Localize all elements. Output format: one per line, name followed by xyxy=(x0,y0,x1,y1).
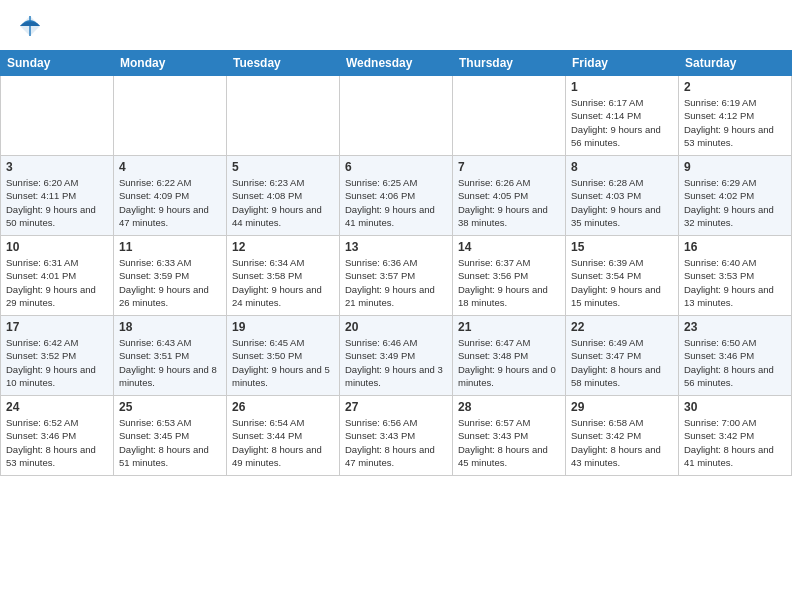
day-info: Sunrise: 6:43 AM Sunset: 3:51 PM Dayligh… xyxy=(119,336,221,389)
day-number: 5 xyxy=(232,160,334,174)
calendar-cell: 27Sunrise: 6:56 AM Sunset: 3:43 PM Dayli… xyxy=(340,396,453,476)
day-info: Sunrise: 6:19 AM Sunset: 4:12 PM Dayligh… xyxy=(684,96,786,149)
day-info: Sunrise: 6:40 AM Sunset: 3:53 PM Dayligh… xyxy=(684,256,786,309)
calendar-cell: 7Sunrise: 6:26 AM Sunset: 4:05 PM Daylig… xyxy=(453,156,566,236)
calendar-cell: 25Sunrise: 6:53 AM Sunset: 3:45 PM Dayli… xyxy=(114,396,227,476)
day-info: Sunrise: 6:29 AM Sunset: 4:02 PM Dayligh… xyxy=(684,176,786,229)
day-number: 3 xyxy=(6,160,108,174)
calendar-week-row: 10Sunrise: 6:31 AM Sunset: 4:01 PM Dayli… xyxy=(1,236,792,316)
calendar-day-header: Wednesday xyxy=(340,51,453,76)
day-info: Sunrise: 6:23 AM Sunset: 4:08 PM Dayligh… xyxy=(232,176,334,229)
day-number: 22 xyxy=(571,320,673,334)
calendar-cell: 21Sunrise: 6:47 AM Sunset: 3:48 PM Dayli… xyxy=(453,316,566,396)
day-info: Sunrise: 6:22 AM Sunset: 4:09 PM Dayligh… xyxy=(119,176,221,229)
calendar-cell: 20Sunrise: 6:46 AM Sunset: 3:49 PM Dayli… xyxy=(340,316,453,396)
day-number: 19 xyxy=(232,320,334,334)
day-number: 20 xyxy=(345,320,447,334)
calendar-cell: 9Sunrise: 6:29 AM Sunset: 4:02 PM Daylig… xyxy=(679,156,792,236)
day-number: 4 xyxy=(119,160,221,174)
day-number: 7 xyxy=(458,160,560,174)
day-number: 28 xyxy=(458,400,560,414)
calendar-cell: 26Sunrise: 6:54 AM Sunset: 3:44 PM Dayli… xyxy=(227,396,340,476)
day-number: 18 xyxy=(119,320,221,334)
day-number: 8 xyxy=(571,160,673,174)
day-info: Sunrise: 6:42 AM Sunset: 3:52 PM Dayligh… xyxy=(6,336,108,389)
calendar-week-row: 24Sunrise: 6:52 AM Sunset: 3:46 PM Dayli… xyxy=(1,396,792,476)
day-number: 14 xyxy=(458,240,560,254)
day-info: Sunrise: 6:31 AM Sunset: 4:01 PM Dayligh… xyxy=(6,256,108,309)
day-info: Sunrise: 6:52 AM Sunset: 3:46 PM Dayligh… xyxy=(6,416,108,469)
day-number: 29 xyxy=(571,400,673,414)
day-info: Sunrise: 6:28 AM Sunset: 4:03 PM Dayligh… xyxy=(571,176,673,229)
calendar-cell: 19Sunrise: 6:45 AM Sunset: 3:50 PM Dayli… xyxy=(227,316,340,396)
calendar-cell: 14Sunrise: 6:37 AM Sunset: 3:56 PM Dayli… xyxy=(453,236,566,316)
day-info: Sunrise: 6:37 AM Sunset: 3:56 PM Dayligh… xyxy=(458,256,560,309)
day-info: Sunrise: 6:26 AM Sunset: 4:05 PM Dayligh… xyxy=(458,176,560,229)
calendar-cell: 12Sunrise: 6:34 AM Sunset: 3:58 PM Dayli… xyxy=(227,236,340,316)
calendar-day-header: Saturday xyxy=(679,51,792,76)
day-info: Sunrise: 6:56 AM Sunset: 3:43 PM Dayligh… xyxy=(345,416,447,469)
day-number: 30 xyxy=(684,400,786,414)
calendar-cell: 29Sunrise: 6:58 AM Sunset: 3:42 PM Dayli… xyxy=(566,396,679,476)
calendar-cell: 30Sunrise: 7:00 AM Sunset: 3:42 PM Dayli… xyxy=(679,396,792,476)
day-info: Sunrise: 6:46 AM Sunset: 3:49 PM Dayligh… xyxy=(345,336,447,389)
calendar-day-header: Monday xyxy=(114,51,227,76)
day-number: 2 xyxy=(684,80,786,94)
calendar-day-header: Sunday xyxy=(1,51,114,76)
page-header xyxy=(0,0,792,44)
calendar-cell: 5Sunrise: 6:23 AM Sunset: 4:08 PM Daylig… xyxy=(227,156,340,236)
day-number: 12 xyxy=(232,240,334,254)
day-info: Sunrise: 6:50 AM Sunset: 3:46 PM Dayligh… xyxy=(684,336,786,389)
day-info: Sunrise: 6:25 AM Sunset: 4:06 PM Dayligh… xyxy=(345,176,447,229)
calendar-cell: 13Sunrise: 6:36 AM Sunset: 3:57 PM Dayli… xyxy=(340,236,453,316)
day-info: Sunrise: 6:58 AM Sunset: 3:42 PM Dayligh… xyxy=(571,416,673,469)
day-number: 17 xyxy=(6,320,108,334)
calendar-cell: 1Sunrise: 6:17 AM Sunset: 4:14 PM Daylig… xyxy=(566,76,679,156)
calendar-week-row: 3Sunrise: 6:20 AM Sunset: 4:11 PM Daylig… xyxy=(1,156,792,236)
calendar-cell: 10Sunrise: 6:31 AM Sunset: 4:01 PM Dayli… xyxy=(1,236,114,316)
day-info: Sunrise: 6:34 AM Sunset: 3:58 PM Dayligh… xyxy=(232,256,334,309)
day-info: Sunrise: 6:20 AM Sunset: 4:11 PM Dayligh… xyxy=(6,176,108,229)
day-number: 25 xyxy=(119,400,221,414)
day-number: 15 xyxy=(571,240,673,254)
calendar-day-header: Friday xyxy=(566,51,679,76)
calendar-cell: 18Sunrise: 6:43 AM Sunset: 3:51 PM Dayli… xyxy=(114,316,227,396)
calendar-cell xyxy=(453,76,566,156)
calendar-cell xyxy=(227,76,340,156)
day-info: Sunrise: 6:39 AM Sunset: 3:54 PM Dayligh… xyxy=(571,256,673,309)
day-number: 11 xyxy=(119,240,221,254)
calendar-cell: 15Sunrise: 6:39 AM Sunset: 3:54 PM Dayli… xyxy=(566,236,679,316)
calendar-day-header: Thursday xyxy=(453,51,566,76)
day-number: 23 xyxy=(684,320,786,334)
day-number: 21 xyxy=(458,320,560,334)
calendar-header-row: SundayMondayTuesdayWednesdayThursdayFrid… xyxy=(1,51,792,76)
calendar-cell: 4Sunrise: 6:22 AM Sunset: 4:09 PM Daylig… xyxy=(114,156,227,236)
calendar-day-header: Tuesday xyxy=(227,51,340,76)
day-info: Sunrise: 7:00 AM Sunset: 3:42 PM Dayligh… xyxy=(684,416,786,469)
calendar-cell xyxy=(340,76,453,156)
day-info: Sunrise: 6:17 AM Sunset: 4:14 PM Dayligh… xyxy=(571,96,673,149)
day-number: 1 xyxy=(571,80,673,94)
calendar-cell: 11Sunrise: 6:33 AM Sunset: 3:59 PM Dayli… xyxy=(114,236,227,316)
day-info: Sunrise: 6:33 AM Sunset: 3:59 PM Dayligh… xyxy=(119,256,221,309)
day-info: Sunrise: 6:53 AM Sunset: 3:45 PM Dayligh… xyxy=(119,416,221,469)
day-number: 26 xyxy=(232,400,334,414)
day-info: Sunrise: 6:57 AM Sunset: 3:43 PM Dayligh… xyxy=(458,416,560,469)
day-number: 16 xyxy=(684,240,786,254)
calendar-cell: 28Sunrise: 6:57 AM Sunset: 3:43 PM Dayli… xyxy=(453,396,566,476)
day-number: 9 xyxy=(684,160,786,174)
calendar-cell xyxy=(114,76,227,156)
calendar-cell: 16Sunrise: 6:40 AM Sunset: 3:53 PM Dayli… xyxy=(679,236,792,316)
logo xyxy=(16,12,48,40)
calendar-cell: 24Sunrise: 6:52 AM Sunset: 3:46 PM Dayli… xyxy=(1,396,114,476)
calendar-body: 1Sunrise: 6:17 AM Sunset: 4:14 PM Daylig… xyxy=(1,76,792,476)
day-info: Sunrise: 6:36 AM Sunset: 3:57 PM Dayligh… xyxy=(345,256,447,309)
calendar-cell: 17Sunrise: 6:42 AM Sunset: 3:52 PM Dayli… xyxy=(1,316,114,396)
day-number: 6 xyxy=(345,160,447,174)
day-info: Sunrise: 6:45 AM Sunset: 3:50 PM Dayligh… xyxy=(232,336,334,389)
day-number: 27 xyxy=(345,400,447,414)
calendar-week-row: 17Sunrise: 6:42 AM Sunset: 3:52 PM Dayli… xyxy=(1,316,792,396)
day-info: Sunrise: 6:54 AM Sunset: 3:44 PM Dayligh… xyxy=(232,416,334,469)
day-number: 10 xyxy=(6,240,108,254)
day-info: Sunrise: 6:49 AM Sunset: 3:47 PM Dayligh… xyxy=(571,336,673,389)
